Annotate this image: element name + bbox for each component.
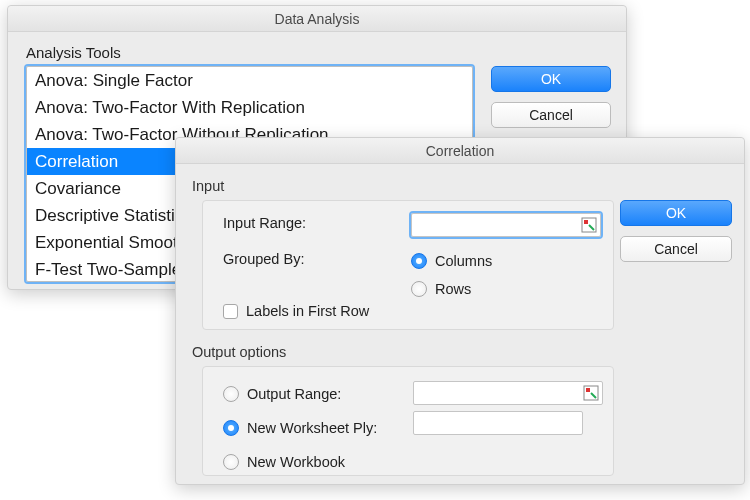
range-selector-icon[interactable]	[583, 385, 599, 401]
checkbox-label: Labels in First Row	[246, 303, 369, 319]
radio-icon	[223, 420, 239, 436]
ok-button[interactable]: OK	[491, 66, 611, 92]
checkbox-icon	[223, 304, 238, 319]
input-range-field[interactable]	[411, 213, 601, 237]
list-item[interactable]: Anova: Single Factor	[27, 67, 472, 94]
new-worksheet-ply-option[interactable]: New Worksheet Ply:	[223, 413, 377, 443]
option-label: Rows	[435, 281, 471, 297]
radio-icon	[223, 454, 239, 470]
svg-rect-3	[586, 388, 590, 392]
output-range-option[interactable]: Output Range:	[223, 379, 377, 409]
svg-rect-1	[584, 220, 588, 224]
output-section-label: Output options	[192, 344, 286, 360]
radio-icon	[223, 386, 239, 402]
option-label: Columns	[435, 253, 492, 269]
analysis-tools-label: Analysis Tools	[26, 44, 121, 61]
input-group: Input Range: Grouped By:	[202, 200, 614, 330]
grouped-by-columns-option[interactable]: Columns	[411, 249, 492, 273]
ok-button[interactable]: OK	[620, 200, 732, 226]
radio-icon	[411, 253, 427, 269]
option-label: Output Range:	[247, 386, 341, 402]
option-label: New Workbook	[247, 454, 345, 470]
input-range-label: Input Range:	[223, 215, 306, 231]
window-title: Data Analysis	[8, 6, 626, 32]
labels-first-row-checkbox[interactable]: Labels in First Row	[223, 303, 369, 319]
list-item[interactable]: Anova: Two-Factor With Replication	[27, 94, 472, 121]
cancel-button[interactable]: Cancel	[491, 102, 611, 128]
input-section-label: Input	[192, 178, 224, 194]
output-range-field[interactable]	[413, 381, 603, 405]
option-label: New Worksheet Ply:	[247, 420, 377, 436]
cancel-button[interactable]: Cancel	[620, 236, 732, 262]
range-selector-icon[interactable]	[581, 217, 597, 233]
radio-icon	[411, 281, 427, 297]
grouped-by-rows-option[interactable]: Rows	[411, 277, 492, 301]
new-worksheet-ply-field[interactable]	[413, 411, 583, 435]
window-title: Correlation	[176, 138, 744, 164]
grouped-by-label: Grouped By:	[223, 251, 304, 267]
new-workbook-option[interactable]: New Workbook	[223, 447, 377, 477]
output-group: Output Range: New Worksheet Ply: New Wor…	[202, 366, 614, 476]
correlation-window: Correlation Input Input Range: Groupe	[175, 137, 745, 485]
